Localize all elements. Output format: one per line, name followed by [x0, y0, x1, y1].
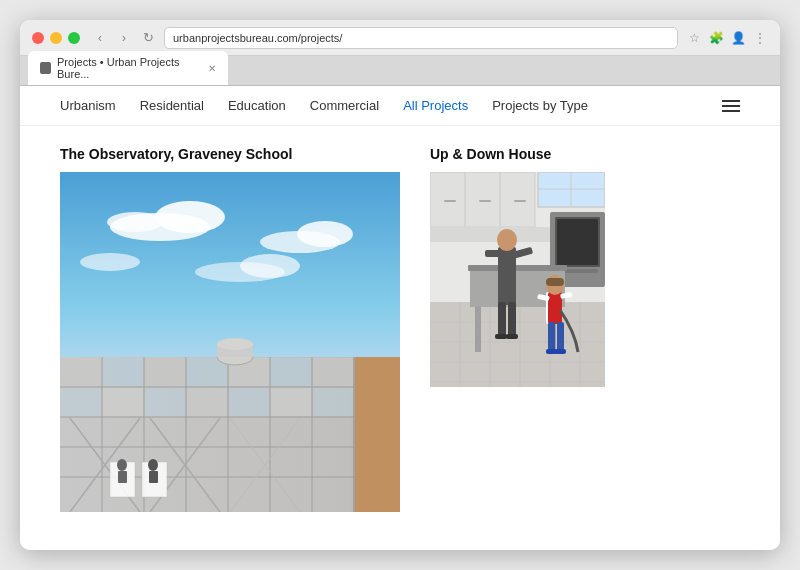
browser-window: ‹ › ↻ urbanprojectsbureau.com/projects/ …	[20, 20, 780, 550]
svg-rect-22	[103, 358, 143, 386]
svg-rect-67	[430, 302, 605, 387]
nav-all-projects[interactable]: All Projects	[403, 98, 468, 113]
svg-point-44	[148, 459, 158, 471]
svg-rect-33	[103, 388, 143, 416]
project-updown-title: Up & Down House	[430, 146, 605, 162]
svg-rect-99	[555, 349, 566, 354]
menu-icon[interactable]: ⋮	[752, 30, 768, 46]
svg-rect-93	[546, 278, 564, 286]
svg-rect-85	[498, 302, 506, 337]
svg-rect-60	[514, 200, 526, 202]
svg-rect-25	[61, 388, 101, 416]
svg-rect-45	[149, 471, 158, 483]
observatory-svg	[60, 172, 400, 512]
svg-rect-35	[271, 388, 311, 416]
browser-actions: ☆ 🧩 👤 ⋮	[686, 30, 768, 46]
minimize-button[interactable]	[50, 32, 62, 44]
project-observatory-image[interactable]	[60, 172, 400, 512]
site-nav: Urbanism Residential Education Commercia…	[20, 86, 780, 126]
svg-point-6	[80, 253, 140, 271]
svg-point-3	[107, 212, 163, 232]
svg-point-82	[497, 229, 517, 251]
svg-rect-28	[313, 388, 353, 416]
svg-point-5	[297, 221, 353, 247]
nav-urbanism[interactable]: Urbanism	[60, 98, 116, 113]
tab-bar: Projects • Urban Projects Bure... ✕	[20, 56, 780, 86]
svg-rect-65	[430, 227, 550, 242]
hamburger-line-3	[722, 110, 740, 112]
maximize-button[interactable]	[68, 32, 80, 44]
svg-rect-55	[430, 172, 535, 227]
project-updown-image[interactable]	[430, 172, 605, 387]
url-text: urbanprojectsbureau.com/projects/	[173, 32, 342, 44]
svg-point-8	[240, 254, 300, 278]
svg-rect-97	[557, 322, 564, 352]
profile-icon[interactable]: 👤	[730, 30, 746, 46]
kitchen-svg	[430, 172, 605, 387]
project-observatory[interactable]: The Observatory, Graveney School	[60, 146, 400, 512]
svg-rect-27	[229, 388, 269, 416]
svg-rect-86	[508, 302, 516, 337]
hamburger-line-2	[722, 105, 740, 107]
svg-rect-43	[118, 471, 127, 483]
forward-button[interactable]: ›	[116, 30, 132, 46]
svg-point-42	[117, 459, 127, 471]
svg-rect-63	[557, 219, 598, 265]
svg-rect-10	[355, 357, 400, 512]
svg-rect-91	[548, 292, 562, 324]
hamburger-line-1	[722, 100, 740, 102]
svg-point-2	[155, 201, 225, 233]
svg-rect-58	[444, 200, 456, 202]
extensions-icon[interactable]: 🧩	[708, 30, 724, 46]
main-content: The Observatory, Graveney School	[20, 126, 780, 532]
project-updown[interactable]: Up & Down House	[430, 146, 605, 512]
address-bar[interactable]: urbanprojectsbureau.com/projects/	[164, 27, 678, 49]
svg-rect-34	[187, 388, 227, 416]
bookmark-icon[interactable]: ☆	[686, 30, 702, 46]
nav-residential[interactable]: Residential	[140, 98, 204, 113]
svg-rect-66	[430, 242, 550, 247]
close-button[interactable]	[32, 32, 44, 44]
nav-commercial[interactable]: Commercial	[310, 98, 379, 113]
project-observatory-title: The Observatory, Graveney School	[60, 146, 400, 162]
svg-rect-78	[468, 265, 567, 271]
svg-rect-79	[475, 307, 481, 352]
svg-rect-59	[479, 200, 491, 202]
traffic-lights	[32, 32, 80, 44]
refresh-button[interactable]: ↻	[140, 30, 156, 46]
svg-point-48	[217, 338, 253, 350]
hamburger-menu[interactable]	[722, 100, 740, 112]
tab-favicon	[40, 62, 51, 74]
browser-nav: ‹ › ↻	[92, 30, 156, 46]
svg-rect-26	[145, 388, 185, 416]
tab-close-button[interactable]: ✕	[208, 63, 216, 74]
svg-rect-96	[548, 322, 555, 352]
svg-rect-30	[145, 358, 185, 386]
nav-links: Urbanism Residential Education Commercia…	[60, 98, 722, 113]
back-button[interactable]: ‹	[92, 30, 108, 46]
svg-rect-83	[485, 250, 500, 257]
active-tab[interactable]: Projects • Urban Projects Bure... ✕	[28, 51, 228, 85]
svg-rect-87	[495, 334, 507, 339]
nav-education[interactable]: Education	[228, 98, 286, 113]
svg-rect-24	[271, 358, 311, 386]
svg-rect-29	[61, 358, 101, 386]
svg-rect-88	[506, 334, 518, 339]
svg-rect-32	[313, 358, 353, 386]
tab-label: Projects • Urban Projects Bure...	[57, 56, 202, 80]
website-content: Urbanism Residential Education Commercia…	[20, 86, 780, 550]
nav-projects-by-type[interactable]: Projects by Type	[492, 98, 588, 113]
